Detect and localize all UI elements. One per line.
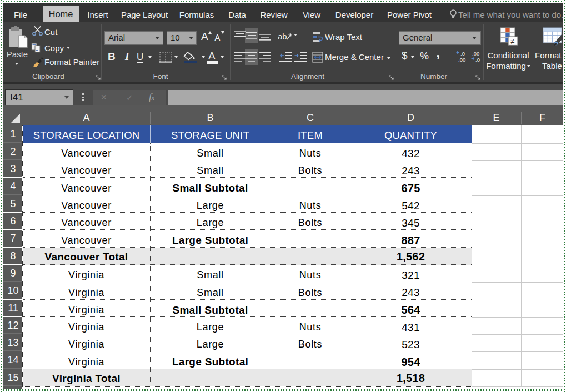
svg-text:≠: ≠ bbox=[510, 37, 514, 46]
svg-text:.0: .0 bbox=[475, 57, 480, 63]
svg-text:ab: ab bbox=[278, 32, 287, 41]
svg-text:.00: .00 bbox=[458, 57, 465, 63]
svg-text:.0: .0 bbox=[460, 51, 465, 57]
svg-text:.00: .00 bbox=[472, 51, 479, 57]
